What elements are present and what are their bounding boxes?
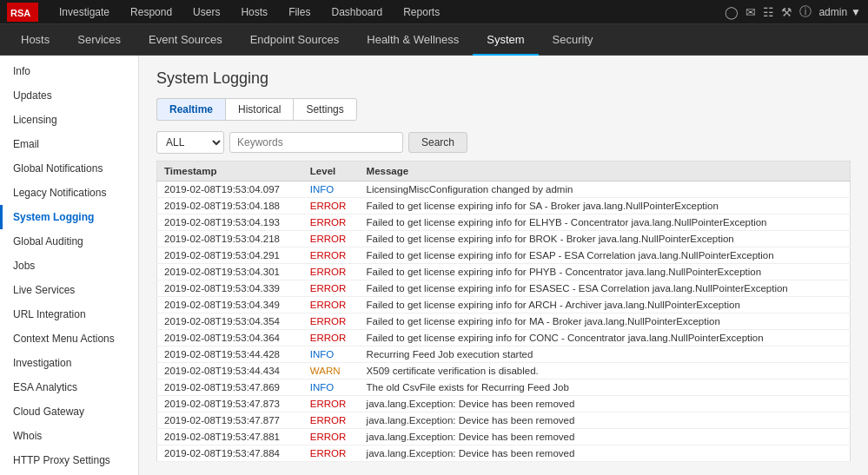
cell-level: ERROR [303, 247, 360, 264]
table-row: 2019-02-08T19:53:44.434WARNX509 certific… [157, 363, 851, 379]
sidebar-item-email[interactable]: Email [0, 132, 138, 156]
cell-timestamp: 2019-02-08T19:53:44.428 [157, 346, 303, 363]
top-nav-item-dashboard[interactable]: Dashboard [321, 0, 393, 24]
table-row: 2019-02-08T19:53:04.193ERRORFailed to ge… [157, 214, 851, 231]
sidebar-item-esa-analytics[interactable]: ESA Analytics [0, 375, 138, 399]
sidebar-item-updates[interactable]: Updates [0, 83, 138, 108]
bell-icon[interactable]: ✉ [745, 5, 756, 19]
level-select[interactable]: ALLINFOERRORWARN [156, 131, 224, 154]
cell-message: java.lang.Exception: Device has been rem… [360, 412, 851, 429]
cell-level: ERROR [303, 412, 360, 429]
cell-timestamp: 2019-02-08T19:53:04.349 [157, 297, 303, 313]
cell-timestamp: 2019-02-08T19:53:04.193 [157, 214, 303, 231]
second-nav-tab-hosts[interactable]: Hosts [7, 24, 63, 56]
cell-level: WARN [303, 363, 360, 379]
cell-level: ERROR [303, 429, 360, 445]
cell-level: INFO [303, 379, 360, 396]
table-row: 2019-02-08T19:53:47.873ERRORjava.lang.Ex… [157, 396, 851, 412]
sidebar-item-legacy-notifications[interactable]: Legacy Notifications [0, 181, 138, 205]
table-row: 2019-02-08T19:53:04.364ERRORFailed to ge… [157, 330, 851, 346]
table-row: 2019-02-08T19:53:04.349ERRORFailed to ge… [157, 297, 851, 313]
sidebar-item-global-auditing[interactable]: Global Auditing [0, 229, 138, 254]
grid-icon[interactable]: ☷ [763, 5, 774, 19]
top-nav-item-respond[interactable]: Respond [120, 0, 182, 24]
cell-timestamp: 2019-02-08T19:53:47.881 [157, 429, 303, 445]
cell-level: ERROR [303, 264, 360, 280]
cell-timestamp: 2019-02-08T19:53:04.291 [157, 247, 303, 264]
col-header-level: Level [303, 162, 360, 181]
search-input[interactable] [229, 132, 403, 153]
cell-timestamp: 2019-02-08T19:53:04.364 [157, 330, 303, 346]
cell-message: Failed to get license expiring info for … [360, 313, 851, 330]
top-nav-item-reports[interactable]: Reports [393, 0, 450, 24]
cell-timestamp: 2019-02-08T19:53:44.434 [157, 363, 303, 379]
cell-level: ERROR [303, 198, 360, 214]
admin-label: admin [818, 6, 847, 18]
sidebar-item-licensing[interactable]: Licensing [0, 108, 138, 132]
sidebar-item-whois[interactable]: Whois [0, 424, 138, 448]
second-nav-tab-event-sources[interactable]: Event Sources [135, 24, 236, 56]
top-nav-item-investigate[interactable]: Investigate [49, 0, 120, 24]
content-area: System Logging RealtimeHistoricalSetting… [139, 56, 868, 475]
sidebar-item-global-notifications[interactable]: Global Notifications [0, 156, 138, 181]
cell-timestamp: 2019-02-08T19:53:04.188 [157, 198, 303, 214]
cell-timestamp: 2019-02-08T19:53:04.097 [157, 181, 303, 198]
cell-level: INFO [303, 181, 360, 198]
cell-message: X509 certificate verification is disable… [360, 363, 851, 379]
table-row: 2019-02-08T19:53:04.097INFOLicensingMisc… [157, 181, 851, 198]
cell-message: Failed to get license expiring info for … [360, 280, 851, 297]
top-nav-bar: RSA InvestigateRespondUsersHostsFilesDas… [0, 0, 868, 24]
cell-message: The old CsvFile exists for Recurring Fee… [360, 379, 851, 396]
table-row: 2019-02-08T19:53:04.301ERRORFailed to ge… [157, 264, 851, 280]
table-row: 2019-02-08T19:53:04.188ERRORFailed to ge… [157, 198, 851, 214]
col-header-timestamp: Timestamp [157, 162, 303, 181]
cell-message: Failed to get license expiring info for … [360, 330, 851, 346]
filter-row: ALLINFOERRORWARN Search [156, 131, 851, 154]
cell-level: ERROR [303, 396, 360, 412]
sidebar-item-system-logging[interactable]: System Logging [0, 205, 138, 229]
sidebar-item-jobs[interactable]: Jobs [0, 254, 138, 278]
search-button[interactable]: Search [408, 132, 467, 153]
top-nav-item-users[interactable]: Users [182, 0, 230, 24]
cell-timestamp: 2019-02-08T19:53:04.354 [157, 313, 303, 330]
sidebar-item-context-menu-actions[interactable]: Context Menu Actions [0, 327, 138, 351]
top-nav-item-hosts[interactable]: Hosts [230, 0, 278, 24]
cell-message: Failed to get license expiring info for … [360, 264, 851, 280]
tab-row: RealtimeHistoricalSettings [156, 98, 851, 121]
clock-icon[interactable]: ◯ [725, 5, 739, 19]
sidebar-item-investigation[interactable]: Investigation [0, 351, 138, 375]
second-nav-tab-health[interactable]: Health & Wellness [353, 24, 473, 56]
sidebar-item-info[interactable]: Info [0, 59, 138, 83]
sidebar-item-http-proxy[interactable]: HTTP Proxy Settings [0, 448, 138, 472]
admin-button[interactable]: admin ▼ [818, 6, 861, 18]
table-row: 2019-02-08T19:53:47.869INFOThe old CsvFi… [157, 379, 851, 396]
second-nav-tab-endpoint-sources[interactable]: Endpoint Sources [236, 24, 354, 56]
content-tab-historical[interactable]: Historical [225, 98, 293, 121]
cell-message: Failed to get license expiring info for … [360, 198, 851, 214]
cell-level: ERROR [303, 214, 360, 231]
second-nav-tab-services[interactable]: Services [63, 24, 135, 56]
cell-level: ERROR [303, 445, 360, 462]
sidebar-item-live-services[interactable]: Live Services [0, 278, 138, 302]
cell-level: ERROR [303, 231, 360, 247]
second-nav-tab-security[interactable]: Security [539, 24, 607, 56]
content-tab-settings[interactable]: Settings [293, 98, 356, 121]
table-body: 2019-02-08T19:53:04.097INFOLicensingMisc… [157, 181, 851, 462]
log-table: TimestampLevelMessage 2019-02-08T19:53:0… [156, 161, 851, 462]
cell-message: Failed to get license expiring info for … [360, 214, 851, 231]
top-nav-item-files[interactable]: Files [278, 0, 321, 24]
cell-message: Recurring Feed Job execution started [360, 346, 851, 363]
rsa-logo: RSA [7, 3, 38, 22]
table-header-row: TimestampLevelMessage [157, 162, 851, 181]
cell-level: ERROR [303, 330, 360, 346]
cell-message: java.lang.Exception: Device has been rem… [360, 429, 851, 445]
table-row: 2019-02-08T19:53:47.884ERRORjava.lang.Ex… [157, 445, 851, 462]
help-icon[interactable]: ⓘ [799, 4, 812, 20]
wrench-icon[interactable]: ⚒ [781, 5, 792, 19]
cell-timestamp: 2019-02-08T19:53:47.869 [157, 379, 303, 396]
content-tab-realtime[interactable]: Realtime [156, 98, 225, 121]
sidebar-item-cloud-gateway[interactable]: Cloud Gateway [0, 399, 138, 424]
sidebar-item-url-integration[interactable]: URL Integration [0, 302, 138, 327]
cell-message: java.lang.Exception: Device has been rem… [360, 445, 851, 462]
second-nav-tab-system[interactable]: System [473, 24, 538, 56]
